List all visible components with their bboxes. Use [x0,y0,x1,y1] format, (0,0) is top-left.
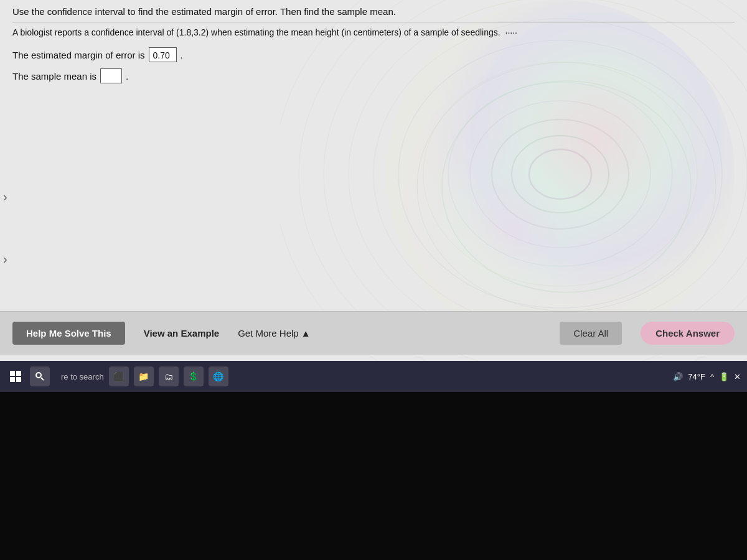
svg-line-21 [41,378,44,380]
margin-value: 0.70 [149,47,177,62]
left-arrow-1[interactable]: › [0,187,11,207]
black-bottom-area [0,392,747,560]
check-answer-button[interactable]: Check Answer [641,322,735,345]
left-arrow-2[interactable]: › [0,249,11,269]
dots-indicator: ····· [505,27,517,37]
taskbar-app-icon-3[interactable]: 🗂 [159,366,179,386]
svg-point-4 [423,62,697,286]
taskbar-app-icon-1[interactable]: ⬛ [109,366,129,386]
taskbar-close-icon[interactable]: ✕ [734,372,741,381]
view-example-button[interactable]: View an Example [144,328,219,338]
clear-all-button[interactable]: Clear All [560,322,622,345]
taskbar-app-icon-5[interactable]: 🌐 [209,366,228,386]
taskbar-system-tray: 🔊 74°F ^ 🔋 ✕ [673,372,741,381]
content-panel: Use the confidence interval to find the … [0,0,747,96]
taskbar-arrow-up[interactable]: ^ [710,372,714,381]
svg-point-14 [442,81,691,292]
svg-rect-18 [10,377,15,382]
svg-point-9 [529,149,591,199]
margin-label: The estimated margin of error is [12,50,145,60]
svg-point-20 [36,373,41,378]
search-taskbar-icon[interactable] [30,366,50,386]
sample-mean-input-box[interactable] [100,68,122,83]
sample-mean-line: The sample mean is . [12,68,735,83]
svg-point-15 [417,62,716,311]
svg-point-11 [405,62,679,336]
svg-point-7 [492,119,629,229]
start-button[interactable] [6,367,25,386]
sample-mean-label: The sample mean is [12,71,96,82]
action-bar: Help Me Solve This View an Example Get M… [0,311,747,355]
instruction-text: Use the confidence interval to find the … [12,6,735,17]
svg-point-8 [512,136,609,213]
svg-point-6 [470,101,651,248]
taskbar-network-icon[interactable]: 🔊 [673,372,683,381]
more-help-arrow-icon: ▲ [301,328,311,338]
margin-of-error-line: The estimated margin of error is 0.70 . [12,47,735,62]
svg-rect-19 [16,377,21,382]
taskbar-app-icon-4[interactable]: 💲 [184,366,204,386]
weather-temp: 74°F [688,372,705,381]
svg-rect-16 [10,371,15,376]
get-more-help-button[interactable]: Get More Help ▲ [238,328,310,338]
problem-text: A biologist reports a confidence interva… [12,27,735,37]
svg-rect-17 [16,371,21,376]
taskbar: re to search ⬛ 📁 🗂 💲 🌐 🔊 74°F ^ 🔋 ✕ [0,361,747,392]
help-me-solve-button[interactable]: Help Me Solve This [12,322,125,345]
svg-point-5 [448,82,672,266]
taskbar-battery-icon: 🔋 [719,372,729,381]
taskbar-app-icon-2[interactable]: 📁 [134,366,154,386]
taskbar-search-text: re to search [61,372,104,381]
